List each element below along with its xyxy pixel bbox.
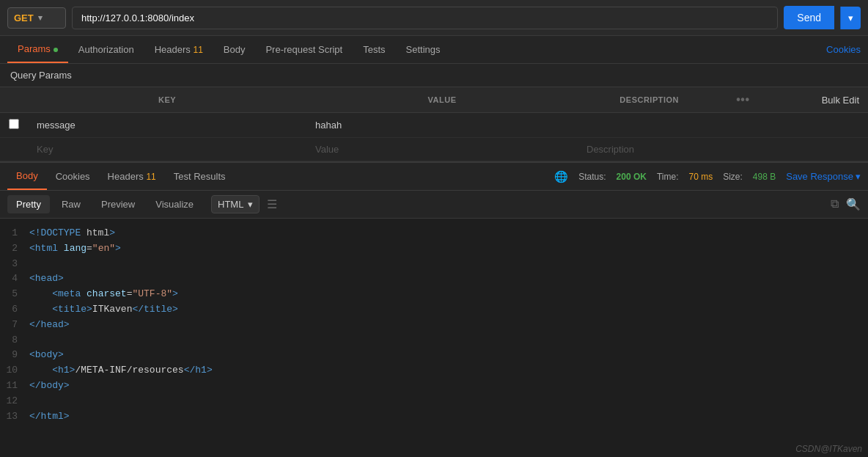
search-icon[interactable]: 🔍 (846, 197, 861, 211)
res-tab-body[interactable]: Body (7, 163, 47, 190)
line-number: 7 (0, 318, 29, 333)
request-tabs: Params Authorization Headers 11 Body Pre… (0, 36, 868, 64)
save-response-chevron-icon: ▾ (856, 171, 861, 182)
line-number: 13 (0, 409, 29, 425)
code-line: 10 <h1>/META-INF/resources</h1> (0, 363, 868, 379)
line-content: </html> (29, 409, 70, 425)
tab-prerequest[interactable]: Pre-request Script (255, 37, 353, 62)
col-value: VALUE (306, 87, 578, 113)
placeholder-value-cell[interactable]: Value (306, 138, 578, 161)
placeholder-extra (721, 138, 765, 161)
params-dot (54, 48, 58, 52)
placeholder-key: Key (37, 144, 53, 155)
time-label: Time: (657, 172, 679, 182)
tab-params[interactable]: Params (7, 36, 68, 63)
url-bar: GET ▾ Send ▾ (0, 0, 868, 36)
res-tab-test-results[interactable]: Test Results (165, 164, 235, 189)
status-bar: 🌐 Status: 200 OK Time: 70 ms Size: 498 B… (554, 170, 861, 183)
code-line: 6 <title>ITKaven</title> (0, 302, 868, 318)
code-line: 9<body> (0, 348, 868, 363)
line-content (29, 394, 35, 409)
response-tabs-bar: Body Cookies Headers 11 Test Results 🌐 S… (0, 163, 868, 191)
row-checkbox[interactable] (9, 119, 19, 129)
table-placeholder-row: Key Value Description (0, 138, 868, 161)
format-select[interactable]: HTML ▾ (211, 195, 260, 213)
placeholder-desc: Description (586, 144, 634, 155)
method-chevron-icon: ▾ (38, 13, 43, 23)
col-description: DESCRIPTION (578, 87, 721, 113)
copy-icon[interactable]: ⧉ (831, 197, 839, 211)
more-options-icon[interactable]: ••• (736, 93, 749, 106)
tab-tests[interactable]: Tests (353, 37, 395, 62)
line-number: 11 (0, 379, 29, 394)
tab-body[interactable]: Body (213, 37, 256, 62)
method-select[interactable]: GET ▾ (7, 7, 66, 29)
code-line: 1<!DOCTYPE html> (0, 226, 868, 241)
row-extra (765, 113, 868, 138)
format-chevron-icon: ▾ (248, 199, 253, 210)
send-dropdown-button[interactable]: ▾ (840, 7, 861, 29)
status-label: Status: (578, 172, 606, 182)
row-value: hahah (315, 120, 342, 131)
placeholder-check-cell (0, 138, 28, 161)
save-response-button[interactable]: Save Response ▾ (786, 171, 861, 182)
send-button[interactable]: Send (784, 6, 834, 29)
col-actions: ••• (721, 87, 765, 113)
params-table: KEY VALUE DESCRIPTION ••• Bulk Edit mess… (0, 87, 868, 161)
code-line: 13</html> (0, 409, 868, 425)
tab-headers[interactable]: Headers 11 (144, 37, 213, 62)
line-number: 2 (0, 241, 29, 257)
watermark: CSDN@ITKaven (795, 444, 862, 454)
row-value-cell[interactable]: hahah (306, 113, 578, 138)
row-checkbox-cell[interactable] (0, 113, 28, 138)
placeholder-value: Value (315, 144, 339, 155)
line-number: 8 (0, 333, 29, 348)
code-line: 2<html lang="en"> (0, 241, 868, 257)
row-key: message (37, 120, 76, 131)
code-line: 11</body> (0, 379, 868, 394)
line-number: 6 (0, 302, 29, 318)
wrap-icon[interactable]: ☰ (267, 197, 277, 211)
line-content (29, 333, 35, 348)
line-content: <head> (29, 271, 64, 287)
code-line: 7</head> (0, 318, 868, 333)
line-content: </body> (29, 379, 70, 394)
line-content: <title>ITKaven</title> (29, 302, 178, 318)
placeholder-key-cell[interactable]: Key (28, 138, 306, 161)
res-tab-headers[interactable]: Headers 11 (99, 164, 165, 189)
tab-authorization[interactable]: Authorization (68, 37, 144, 62)
cookies-link[interactable]: Cookies (826, 44, 861, 55)
save-response-label: Save Response (786, 171, 853, 182)
code-line: 8 (0, 333, 868, 348)
col-key: KEY (28, 87, 306, 113)
res-tab-cookies[interactable]: Cookies (47, 164, 99, 189)
line-number: 1 (0, 226, 29, 241)
url-input[interactable] (72, 7, 778, 29)
row-desc-cell[interactable] (578, 113, 721, 138)
method-value: GET (14, 12, 34, 23)
line-number: 5 (0, 287, 29, 302)
code-line: 3 (0, 257, 868, 272)
fmt-tab-raw[interactable]: Raw (53, 195, 89, 213)
line-number: 10 (0, 363, 29, 379)
fmt-tab-preview[interactable]: Preview (92, 195, 144, 213)
line-content: <html lang="en"> (29, 241, 121, 257)
size-label: Size: (723, 172, 743, 182)
line-number: 9 (0, 348, 29, 363)
code-line: 4<head> (0, 271, 868, 287)
row-key-cell[interactable]: message (28, 113, 306, 138)
placeholder-desc-cell[interactable]: Description (578, 138, 721, 161)
fmt-tab-visualize[interactable]: Visualize (147, 195, 202, 213)
tab-settings[interactable]: Settings (396, 37, 451, 62)
headers-badge: 11 (193, 45, 202, 55)
placeholder-extra2 (765, 138, 868, 161)
line-number: 12 (0, 394, 29, 409)
status-value: 200 OK (617, 172, 647, 182)
size-value: 498 B (753, 172, 776, 182)
col-bulk-edit[interactable]: Bulk Edit (765, 87, 868, 113)
fmt-tab-pretty[interactable]: Pretty (7, 195, 50, 213)
line-content: <h1>/META-INF/resources</h1> (29, 363, 213, 379)
line-content: <meta charset="UTF-8"> (29, 287, 178, 302)
row-actions-cell (721, 113, 765, 138)
query-params-title: Query Params (0, 64, 868, 87)
